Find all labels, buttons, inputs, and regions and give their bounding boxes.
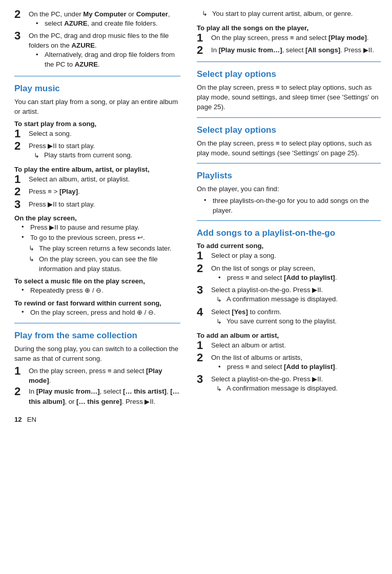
add-step-3: 3 Select a playlist-on-the-go. Press ▶II… — [197, 285, 381, 306]
play-options-title-2: Select play options — [197, 125, 381, 135]
add-num-2: 2 — [197, 262, 208, 275]
add-album-step-1: 1 Select an album or artist. — [197, 340, 381, 352]
album-step-3: 3 Press ▶II to start play. — [14, 199, 180, 211]
bullet-icon-3: • — [22, 223, 29, 231]
same-coll-content-2: In [Play music from…], select [… this ar… — [29, 386, 180, 406]
step-2-content: On the PC, under My Computer or Computer… — [29, 9, 180, 30]
instruction-add-current-song: To add current song, — [197, 242, 381, 250]
right-column: ↳ You start to play current artist, albu… — [190, 9, 392, 412]
step-2-row: 2 On the PC, under My Computer or Comput… — [14, 9, 180, 30]
add-content-2: On the list of songs or play screen, • p… — [211, 263, 381, 284]
arrow-icon-5: ↳ — [216, 295, 224, 305]
play-music-body: You can start play from a song, or play … — [14, 97, 180, 116]
same-coll-num-2: 2 — [14, 385, 26, 398]
start-play-step-2: 2 Press ▶II to start play. ↳ Play starts… — [14, 141, 180, 162]
add-step-4: 4 Select [Yes] to confirm. ↳ You save cu… — [197, 307, 381, 328]
start-play-arrow-text: Play starts from current song. — [44, 151, 180, 160]
add-step-2: 2 On the list of songs or play screen, •… — [197, 263, 381, 284]
start-play-num-1: 1 — [14, 128, 26, 140]
on-play-bullet-1: • Press ▶II to pause and resume play. — [22, 223, 180, 233]
play-options-body-2: On the play screen, press ≡ to select pl… — [197, 138, 381, 158]
instruction-select-file: To select a music file on the play scree… — [14, 277, 180, 285]
play-same-collection-body: During the song play, you can switch to … — [14, 344, 180, 363]
bullet-icon-6: • — [22, 308, 29, 316]
arrow-icon-7: ↳ — [216, 384, 224, 394]
add-step-2-bullet-text: press ≡ and select [Add to playlist]. — [227, 273, 381, 283]
album-content-2: Press ≡ > [Play]. — [29, 187, 180, 196]
add-num-3: 3 — [197, 284, 208, 296]
bullet-icon-5: • — [22, 286, 29, 294]
arrow-icon-4: ↳ — [202, 10, 210, 17]
page-language: EN — [27, 416, 36, 423]
bullet-icon-2: • — [36, 50, 43, 60]
add-step-3-arrow-text: A confirmation message is displayed. — [226, 295, 381, 304]
playlists-section: Playlists On the player, you can find: •… — [197, 163, 381, 216]
select-file-text: Repeatedly press ⊕ / ⊖. — [30, 286, 180, 296]
step-3-num: 3 — [14, 30, 26, 42]
add-step-3-arrow: ↳ A confirmation message is displayed. — [216, 295, 381, 305]
play-options-body-1: On the play screen, press ≡ to select pl… — [197, 83, 381, 112]
arrow-icon-6: ↳ — [216, 317, 224, 327]
page-footer: 12 EN — [0, 412, 392, 423]
add-album-content-1: Select an album or artist. — [211, 340, 381, 350]
add-step-2-bullet: • press ≡ and select [Add to playlist]. — [218, 273, 381, 283]
add-album-content-3: Select a playlist-on-the-go. Press ▶II. … — [211, 374, 381, 395]
all-songs-content-2: In [Play music from…], select [All songs… — [211, 45, 381, 55]
step-3-bullet-text: Alternatively, drag and drop file folder… — [45, 50, 180, 69]
same-coll-num-1: 1 — [14, 365, 26, 377]
album-step-2: 2 Press ≡ > [Play]. — [14, 187, 180, 198]
on-play-arrow-text-1: The play screen returns a few seconds la… — [39, 244, 180, 254]
section-divider-3 — [197, 61, 381, 62]
add-step-4-arrow-text: You save current song to the playlist. — [226, 317, 381, 326]
album-step-1: 1 Select an album, artist, or playlist. — [14, 174, 180, 186]
on-play-bullet-text-1: Press ▶II to pause and resume play. — [30, 223, 180, 233]
album-num-1: 1 — [14, 173, 26, 186]
all-songs-num-2: 2 — [197, 44, 208, 56]
start-play-step-1: 1 Select a song. — [14, 129, 180, 140]
add-content-1: Select or play a song. — [211, 251, 381, 260]
bullet-icon: • — [36, 19, 43, 29]
add-album-num-3: 3 — [197, 373, 208, 385]
instruction-start-play: To start play from a song, — [14, 120, 180, 128]
all-songs-num-1: 1 — [197, 32, 208, 44]
same-coll-step-2: 2 In [Play music from…], select [… this … — [14, 386, 180, 406]
play-same-collection-title: Play from the same collection — [14, 331, 180, 341]
select-play-options-section-2: Select play options On the play screen, … — [197, 117, 381, 158]
step-2-bullet: • select AZURE, and create file folders. — [36, 19, 180, 29]
add-content-4: Select [Yes] to confirm. ↳ You save curr… — [211, 307, 381, 328]
page-number: 12 — [14, 416, 22, 423]
arrow-icon: ↳ — [34, 151, 42, 161]
step-3-row: 3 On the PC, drag and drop music files t… — [14, 31, 180, 71]
playlists-body: On the player, you can find: — [197, 184, 381, 194]
add-num-1: 1 — [197, 250, 208, 262]
rewind-bullet: • On the play screen, press and hold ⊕ /… — [22, 308, 180, 318]
add-album-step-3: 3 Select a playlist-on-the-go. Press ▶II… — [197, 374, 381, 395]
start-play-content-2: Press ▶II to start play. ↳ Play starts f… — [29, 141, 180, 162]
add-album-step-2: 2 On the list of albums or artists, • pr… — [197, 353, 381, 373]
step-3-bullet: • Alternatively, drag and drop file fold… — [36, 50, 180, 69]
album-num-2: 2 — [14, 186, 26, 198]
on-play-arrow-text-2: On the play screen, you can see the file… — [39, 255, 180, 274]
select-file-bullet: • Repeatedly press ⊕ / ⊖. — [22, 286, 180, 296]
left-column: 2 On the PC, under My Computer or Comput… — [0, 9, 190, 412]
add-album-step-2-bullet-text: press ≡ and select [Add to playlist]. — [227, 362, 381, 372]
playlists-title: Playlists — [197, 171, 381, 181]
bullet-icon-4: • — [22, 233, 29, 241]
instruction-rewind: To rewind or fast forward within current… — [14, 299, 180, 307]
section-divider-4 — [197, 117, 381, 118]
playlists-bullet: • three playlists-on-the-go for you to a… — [204, 196, 381, 215]
section-divider-2 — [14, 323, 180, 323]
instruction-all-songs: To play all the songs on the player, — [197, 24, 381, 32]
rewind-text: On the play screen, press and hold ⊕ / ⊖… — [30, 308, 180, 318]
section-divider-1 — [14, 76, 180, 76]
start-play-content-1: Select a song. — [29, 129, 180, 138]
arrow-icon-2: ↳ — [29, 244, 37, 252]
on-play-bullet-2: • To go to the previous screen, press ↩. — [22, 233, 180, 243]
right-intro-arrow: ↳ You start to play current artist, albu… — [202, 9, 381, 19]
add-album-content-2: On the list of albums or artists, • pres… — [211, 353, 381, 373]
intro-section: 2 On the PC, under My Computer or Comput… — [14, 9, 180, 71]
playlists-bullet-text: three playlists-on-the-go for you to add… — [213, 196, 381, 215]
select-play-options-section-1: Select play options On the play screen, … — [197, 61, 381, 112]
on-play-arrow-1: ↳ The play screen returns a few seconds … — [29, 244, 180, 254]
add-step-1: 1 Select or play a song. — [197, 251, 381, 262]
